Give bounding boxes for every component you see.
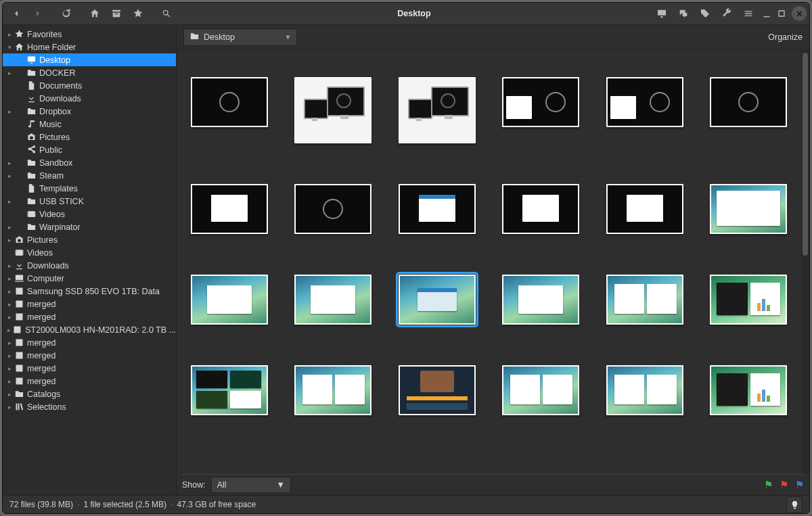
sidebar-item-steam[interactable]: ▸Steam bbox=[3, 169, 176, 182]
sidebar-item-favorites[interactable]: ▸Favorites bbox=[3, 28, 176, 41]
expand-icon[interactable]: ▸ bbox=[5, 378, 14, 385]
expand-icon[interactable]: ▸ bbox=[5, 365, 14, 372]
comments-icon[interactable] bbox=[673, 4, 694, 23]
sidebar-item-merged[interactable]: ▸merged bbox=[3, 336, 176, 349]
thumbnail[interactable] bbox=[710, 365, 787, 415]
home-button[interactable] bbox=[84, 4, 106, 23]
sidebar-item-pictures[interactable]: ▸Pictures bbox=[3, 233, 176, 246]
bookmark-button[interactable] bbox=[127, 4, 149, 23]
expand-icon[interactable]: ▸ bbox=[5, 262, 14, 269]
history-button[interactable] bbox=[55, 4, 77, 23]
sidebar-item-selections[interactable]: ▸Selections bbox=[3, 400, 176, 413]
expand-icon[interactable]: ▸ bbox=[5, 237, 14, 243]
menu-icon[interactable] bbox=[738, 4, 759, 23]
search-button[interactable] bbox=[156, 4, 177, 23]
filter-select[interactable]: All ▼ bbox=[211, 477, 291, 493]
thumbnail[interactable] bbox=[606, 365, 683, 415]
sidebar-item-catalogs[interactable]: ▸Catalogs bbox=[3, 388, 176, 400]
thumbnail[interactable] bbox=[606, 184, 683, 234]
thumbnail[interactable] bbox=[606, 77, 683, 127]
expand-icon[interactable]: ▸ bbox=[5, 288, 14, 295]
thumbnail[interactable] bbox=[191, 275, 268, 325]
expand-icon[interactable]: ▸ bbox=[5, 327, 12, 333]
expand-icon[interactable]: ▸ bbox=[5, 339, 14, 346]
sidebar-item-merged[interactable]: ▸merged bbox=[3, 349, 176, 362]
archive-button[interactable] bbox=[106, 4, 127, 23]
thumbnail[interactable] bbox=[191, 77, 268, 127]
expand-icon[interactable]: ▸ bbox=[5, 70, 14, 76]
thumbnail[interactable] bbox=[399, 365, 476, 415]
expand-icon[interactable]: ▾ bbox=[5, 44, 14, 51]
thumbnail[interactable] bbox=[502, 184, 579, 234]
sidebar-item-dropbox[interactable]: ▸Dropbox bbox=[3, 105, 176, 118]
sidebar-item-downloads[interactable]: ▸Downloads bbox=[3, 259, 176, 272]
expand-icon[interactable]: ▸ bbox=[5, 275, 14, 282]
sidebar-item-warpinator[interactable]: ▸Warpinator bbox=[3, 220, 176, 233]
presentation-icon[interactable] bbox=[651, 4, 673, 23]
sidebar-item-home-folder[interactable]: ▾Home Folder bbox=[3, 41, 176, 53]
maximize-button[interactable] bbox=[774, 6, 789, 21]
expand-icon[interactable]: ▸ bbox=[5, 224, 14, 231]
sidebar-item-videos[interactable]: Videos bbox=[3, 208, 176, 220]
thumbnail[interactable] bbox=[710, 77, 787, 127]
sidebar-item-usb-stick[interactable]: ▸USB STICK bbox=[3, 195, 176, 208]
sidebar-item-downloads[interactable]: Downloads bbox=[3, 92, 176, 105]
tags-icon[interactable] bbox=[694, 4, 716, 23]
sidebar-item-videos[interactable]: Videos bbox=[3, 246, 176, 259]
expand-icon[interactable]: ▸ bbox=[5, 172, 14, 179]
sidebar-item-desktop[interactable]: Desktop bbox=[3, 53, 176, 66]
sidebar-item-merged[interactable]: ▸merged bbox=[3, 375, 176, 388]
expand-icon[interactable]: ▸ bbox=[5, 160, 14, 166]
thumbnail-grid[interactable] bbox=[177, 50, 801, 442]
sidebar-item-merged[interactable]: ▸merged bbox=[3, 310, 176, 323]
minimize-button[interactable] bbox=[759, 6, 774, 21]
thumbnail[interactable] bbox=[502, 77, 579, 127]
sidebar-item-docker[interactable]: ▸DOCKER bbox=[3, 66, 176, 79]
thumbnail[interactable] bbox=[191, 184, 268, 234]
flag-red-icon[interactable]: ⚑ bbox=[780, 479, 788, 491]
sidebar-tree[interactable]: ▸Favorites▾Home FolderDesktop▸DOCKERDocu… bbox=[3, 25, 177, 495]
sidebar-item-merged[interactable]: ▸merged bbox=[3, 362, 176, 375]
sidebar-item-st2000lm003-hn-m201rad-2-0-tb-[interactable]: ▸ST2000LM003 HN-M201RAD: 2.0 TB ... bbox=[3, 323, 176, 336]
thumbnail[interactable] bbox=[710, 275, 787, 325]
sidebar-item-sandbox[interactable]: ▸Sandbox bbox=[3, 156, 176, 169]
thumbnail[interactable] bbox=[294, 184, 371, 234]
expand-icon[interactable]: ▸ bbox=[5, 404, 14, 411]
sidebar-item-music[interactable]: Music bbox=[3, 118, 176, 131]
thumbnail[interactable] bbox=[606, 275, 683, 325]
thumbnail[interactable] bbox=[294, 77, 371, 143]
expand-icon[interactable]: ▸ bbox=[5, 352, 14, 359]
sidebar-item-merged[interactable]: ▸merged bbox=[3, 298, 176, 310]
thumbnail[interactable] bbox=[294, 275, 371, 325]
forward-button[interactable] bbox=[27, 4, 49, 23]
back-button[interactable] bbox=[5, 4, 27, 23]
lightbulb-button[interactable] bbox=[786, 496, 803, 513]
sidebar-item-computer[interactable]: ▸Computer bbox=[3, 272, 176, 285]
organize-button[interactable]: Organize bbox=[768, 32, 803, 42]
thumbnail[interactable] bbox=[191, 365, 268, 415]
tools-icon[interactable] bbox=[716, 4, 738, 23]
thumbnail[interactable] bbox=[502, 365, 579, 415]
thumbnail[interactable] bbox=[399, 275, 476, 325]
expand-icon[interactable]: ▸ bbox=[5, 31, 14, 38]
expand-icon[interactable]: ▸ bbox=[5, 314, 14, 321]
thumbnail[interactable] bbox=[502, 275, 579, 325]
location-dropdown[interactable]: Desktop ▼ bbox=[183, 28, 297, 46]
flag-blue-icon[interactable]: ⚑ bbox=[795, 479, 804, 491]
expand-icon[interactable]: ▸ bbox=[5, 301, 14, 308]
thumbnail[interactable] bbox=[294, 365, 371, 415]
sidebar-item-public[interactable]: Public bbox=[3, 143, 176, 156]
sidebar-item-pictures[interactable]: Pictures bbox=[3, 131, 176, 143]
sidebar-item-documents[interactable]: Documents bbox=[3, 79, 176, 92]
expand-icon[interactable]: ▸ bbox=[5, 391, 14, 398]
thumbnail[interactable] bbox=[399, 77, 476, 143]
scrollbar[interactable] bbox=[801, 50, 809, 474]
expand-icon[interactable]: ▸ bbox=[5, 108, 14, 115]
sidebar-item-templates[interactable]: Templates bbox=[3, 182, 176, 195]
close-button[interactable] bbox=[792, 6, 807, 21]
thumbnail[interactable] bbox=[710, 184, 787, 234]
sidebar-item-samsung-ssd-850-evo-1tb-data[interactable]: ▸Samsung SSD 850 EVO 1TB: Data bbox=[3, 285, 176, 298]
expand-icon[interactable]: ▸ bbox=[5, 198, 14, 205]
flag-green-icon[interactable]: ⚑ bbox=[764, 479, 773, 491]
thumbnail[interactable] bbox=[399, 184, 476, 234]
